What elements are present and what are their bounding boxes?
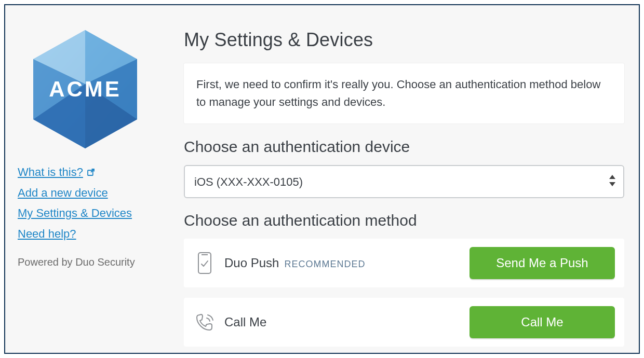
phone-ring-icon [193,312,216,333]
link-label: My Settings & Devices [18,206,132,221]
link-label: Need help? [18,227,76,241]
call-me-button[interactable]: Call Me [469,306,615,338]
link-label: Add a new device [18,186,108,200]
powered-by: Powered by Duo Security [18,256,135,268]
method-badge: RECOMMENDED [284,259,365,270]
svg-rect-10 [198,253,211,273]
page-title: My Settings & Devices [184,29,624,51]
send-push-button[interactable]: Send Me a Push [469,247,615,279]
link-label: What is this? [18,165,83,180]
device-select-wrap: iOS (XXX-XXX-0105) [184,165,624,198]
method-label: Call Me [224,315,266,329]
method-name: Call Me [224,315,266,329]
brand-logo: ACME [18,27,153,152]
method-row-call: Call Me Call Me [184,298,624,347]
brand-name-text: ACME [49,77,122,101]
method-label: Duo Push RECOMMENDED [224,256,365,270]
acme-logo-icon: ACME [28,27,142,152]
device-select[interactable]: iOS (XXX-XXX-0105) [184,165,624,198]
method-heading: Choose an authentication method [184,212,624,229]
link-what-is-this[interactable]: What is this? [18,165,132,180]
auth-frame: ACME What is this? Add a new device My S… [4,4,640,354]
link-need-help[interactable]: Need help? [18,227,132,241]
method-row-push: Duo Push RECOMMENDED Send Me a Push [184,239,624,287]
phone-check-icon [193,252,216,274]
main-panel: My Settings & Devices First, we need to … [184,18,626,357]
sidebar: ACME What is this? Add a new device My S… [18,18,163,268]
link-my-settings[interactable]: My Settings & Devices [18,206,132,221]
info-banner: First, we need to confirm it's really yo… [184,63,624,123]
link-add-device[interactable]: Add a new device [18,186,132,200]
sidebar-links: What is this? Add a new device My Settin… [18,165,132,241]
external-link-icon [86,168,96,177]
device-heading: Choose an authentication device [184,138,624,156]
method-name: Duo Push [224,256,279,270]
